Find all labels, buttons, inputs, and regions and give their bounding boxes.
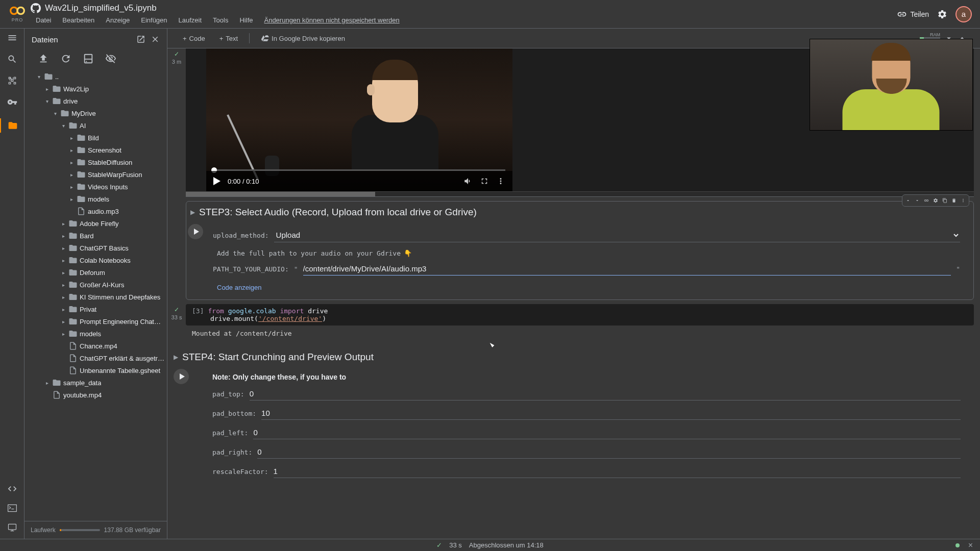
disk-label: Laufwerk [31,527,56,534]
cell-link-icon[interactable] [922,196,931,205]
file-tree-item[interactable]: ▸StableWarpFusion [28,168,167,181]
menu-datei[interactable]: Datei [31,15,56,25]
svg-point-1 [17,7,24,14]
svg-rect-3 [8,524,16,530]
toc-icon[interactable] [7,33,17,43]
status-bar: ✓ 33 s Abgeschlossen um 14:18 × [0,539,980,551]
refresh-icon[interactable] [60,53,71,64]
secrets-icon[interactable] [7,97,17,107]
notebook-title[interactable]: Wav2Lip_simplified_v5.ipynb [45,3,157,13]
colab-logo[interactable]: PRO [8,5,27,23]
play-button[interactable] [213,177,220,185]
cell-status-ok-icon: ✓ [174,306,179,313]
step3-cell: ▶ STEP3: Select Audio (Record, Upload fr… [186,201,974,300]
cell-more-icon[interactable] [959,196,968,205]
copy-to-drive-button[interactable]: In Google Drive kopieren [256,32,350,45]
collapse-step4-icon[interactable]: ▶ [174,354,178,361]
video-more-icon[interactable] [496,177,505,186]
file-tree-item[interactable]: ▸Deforum [28,266,167,279]
run-step4-button[interactable] [174,369,189,384]
file-tree-item[interactable]: ▸ChatGPT Basics [28,242,167,254]
show-code-link[interactable]: Code anzeigen [190,279,965,299]
file-tree-item[interactable]: ▸models [28,328,167,340]
new-window-icon[interactable] [136,35,145,44]
files-rail-active[interactable] [0,118,24,133]
file-tree-item[interactable]: ▸Colab Notebooks [28,254,167,266]
volume-icon[interactable] [463,177,473,186]
move-down-icon[interactable] [913,196,922,205]
code-cell-drive-mount[interactable]: [3]from google.colab import drive drive.… [186,304,974,325]
upload-method-select[interactable]: Upload [274,228,960,242]
user-avatar[interactable]: a [955,6,972,22]
pad-top-input[interactable] [250,387,961,400]
file-tree-item[interactable]: ▸Screenshot [28,144,167,156]
menu-bearbeiten[interactable]: Bearbeiten [57,15,100,25]
delete-cell-icon[interactable] [949,196,959,205]
file-tree-item[interactable]: ▸Wav2Lip [28,83,167,95]
collapse-step3-icon[interactable]: ▶ [190,209,195,216]
file-tree-item[interactable]: Chance.mp4 [28,340,167,352]
upload-icon[interactable] [38,53,49,64]
webcam-overlay [810,39,973,131]
menu-hilfe[interactable]: Hilfe [234,15,258,25]
search-icon[interactable] [7,54,17,64]
code-rail-icon[interactable] [7,484,17,494]
file-tree-item[interactable]: ▾.. [28,70,167,83]
file-tree-item[interactable]: ▸models [28,193,167,205]
file-tree[interactable]: ▾..▸Wav2Lip▾drive▾MyDrive▾AI▸Bild▸Screen… [24,70,167,521]
left-rail: {x} [0,29,24,539]
file-tree-item[interactable]: ▾MyDrive [28,107,167,119]
monitor-icon[interactable] [7,522,17,533]
menu-einfuegen[interactable]: Einfügen [136,15,172,25]
svg-point-0 [11,7,17,14]
file-tree-item[interactable]: youtube.mp4 [28,389,167,401]
disk-free: 137.88 GB verfügbar [104,527,161,534]
fullscreen-icon[interactable] [480,177,489,186]
file-tree-item[interactable]: ▸Privat [28,303,167,315]
github-icon [31,3,41,13]
file-tree-item[interactable]: ▸sample_data [28,377,167,389]
file-tree-item[interactable]: ▾AI [28,119,167,132]
file-tree-item[interactable]: audio.mp3 [28,205,167,217]
close-panel-icon[interactable] [151,35,160,44]
menu-tools[interactable]: Tools [208,15,233,25]
pad-bottom-input[interactable] [261,407,961,420]
file-tree-item[interactable]: ▸Adobe Firefly [28,217,167,230]
video-player[interactable]: 0:00 / 0:10 [206,48,512,191]
variables-icon[interactable]: {x} [7,76,17,86]
file-tree-item[interactable]: ▸Bard [28,230,167,242]
pad-right-input[interactable] [257,445,961,459]
cell-settings-icon[interactable] [931,196,940,205]
audio-path-input[interactable] [303,262,951,276]
file-tree-item[interactable]: ▸StableDiffusion [28,156,167,168]
file-tree-item[interactable]: ▸Videos Inputs [28,181,167,193]
file-tree-item[interactable]: ▸Großer AI-Kurs [28,279,167,291]
terminal-icon[interactable] [7,503,17,513]
pad-left-input[interactable] [253,426,961,439]
mount-drive-icon[interactable] [83,53,94,64]
add-text-button[interactable]: + Text [214,32,243,45]
file-tree-item[interactable]: ▸Bild [28,132,167,144]
files-title: Dateien [32,35,58,44]
file-tree-item[interactable]: Unbenannte Tabelle.gsheet [28,364,167,377]
add-code-button[interactable]: + Code [178,32,210,45]
menu-anzeige[interactable]: Anzeige [101,15,135,25]
menu-laufzeit[interactable]: Laufzeit [174,15,207,25]
rescale-input[interactable] [274,465,961,478]
share-button[interactable]: Teilen [897,9,929,19]
move-up-icon[interactable] [903,196,913,205]
settings-icon[interactable] [937,9,947,19]
file-tree-item[interactable]: ▸KI Stimmen und Deepfakes [28,291,167,303]
upload-method-label: upload_method: [213,232,269,239]
file-tree-item[interactable]: ▾drive [28,95,167,107]
menu-save-warning[interactable]: Änderungen können nicht gespeichert werd… [259,15,404,25]
file-tree-item[interactable]: ChatGPT erklärt & ausgetrick... [28,352,167,364]
cell-output: Mounted at /content/drive [186,325,974,341]
status-close-icon[interactable]: × [968,541,973,550]
file-tree-item[interactable]: ▸Prompt Engineering ChatGPT,... [28,315,167,328]
horizontal-scrollbar[interactable] [186,191,974,196]
run-cell-button[interactable] [188,224,203,239]
mirror-cell-icon[interactable] [940,196,949,205]
hide-icon[interactable] [105,53,116,64]
link-icon [897,9,907,19]
